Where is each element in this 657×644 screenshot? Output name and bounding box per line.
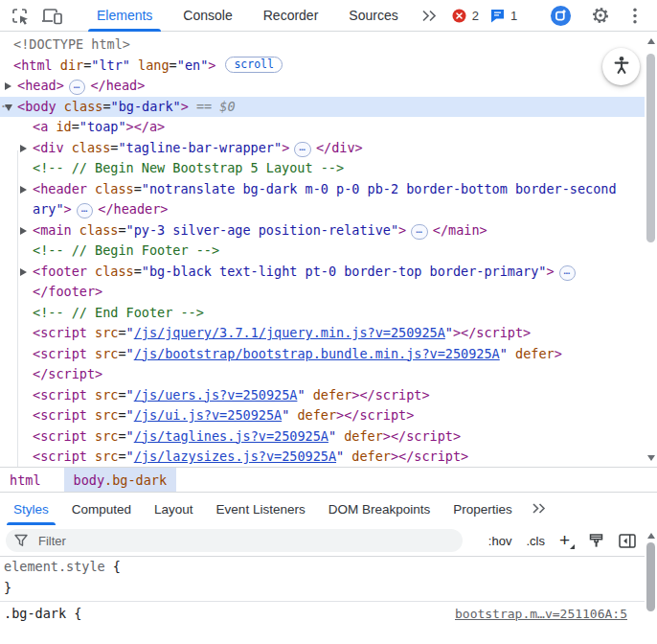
tab-console[interactable]: Console [168, 0, 247, 32]
code-link[interactable]: /js/ui.js?v=250925A [134, 407, 282, 423]
inspect-element-icon[interactable] [4, 1, 35, 30]
ellipsis-expand-button[interactable]: … [77, 203, 94, 218]
breadcrumb-item-body[interactable]: body.bg-dark [64, 468, 177, 492]
accessibility-fab[interactable] [602, 48, 640, 85]
code-pln [130, 58, 138, 73]
breadcrumb-item-html[interactable]: html [0, 468, 51, 492]
extension-icon[interactable] [542, 1, 579, 30]
element-class-toggle[interactable]: .cls [526, 534, 545, 548]
tab-layout[interactable]: Layout [143, 493, 205, 525]
tab-properties[interactable]: Properties [442, 493, 524, 525]
code-link[interactable]: /js/bootstrap/bootstrap.bundle.min.js?v=… [134, 346, 500, 361]
dom-node[interactable]: <div class="tagline-bar-wrapper">…</div> [0, 138, 645, 159]
scrollbar-thumb[interactable] [646, 54, 655, 242]
collapse-arrow-icon[interactable] [5, 104, 12, 111]
code-tag: > [398, 222, 406, 238]
device-toolbar-icon[interactable] [35, 1, 68, 30]
tab-elements-label: Elements [97, 8, 152, 23]
code-pln [53, 58, 60, 73]
code-str: " [500, 346, 508, 361]
styles-filter-input[interactable] [6, 529, 463, 552]
code-pln: = [118, 407, 125, 423]
dom-node[interactable]: <script src="/js/bootstrap/bootstrap.bun… [0, 344, 645, 365]
expand-arrow-icon[interactable] [5, 82, 11, 90]
rendering-brush-icon[interactable] [588, 526, 604, 555]
scroll-up-arrow[interactable] [647, 38, 655, 44]
dom-node[interactable]: <footer class="bg-black text-light pt-0 … [0, 262, 645, 283]
code-hint: == $0 [189, 99, 236, 114]
dom-node[interactable]: </script> [0, 364, 645, 385]
code-pln [87, 448, 95, 464]
dom-node[interactable]: <!-- // End Footer --> [0, 303, 645, 324]
error-count[interactable]: 2 [472, 9, 479, 23]
code-pln: = [118, 387, 125, 402]
issue-count[interactable]: 1 [510, 9, 517, 23]
tab-styles[interactable]: Styles [2, 493, 60, 525]
code-str: "en" [177, 58, 209, 73]
expand-arrow-icon[interactable] [20, 145, 27, 152]
tab-computed[interactable]: Computed [60, 493, 143, 525]
styles-filterbar: :hov .cls + [0, 525, 657, 557]
dom-node[interactable]: <a id="toap"></a> [0, 117, 645, 138]
tab-elements[interactable]: Elements [81, 0, 168, 32]
dom-node[interactable]: <main class="py-3 silver-age position-re… [0, 220, 645, 242]
tab-recorder[interactable]: Recorder [248, 0, 334, 32]
dom-node[interactable]: <script src="/js/ui.js?v=250925A" defer>… [0, 405, 645, 426]
stylesheet-source-link[interactable]: bootstrap.m…v=251106A:5 [455, 604, 627, 625]
code-attr: src [95, 346, 118, 361]
code-tag: > [64, 201, 72, 217]
style-rule-elementstyle[interactable]: element.style { [0, 557, 645, 578]
dom-node[interactable]: <!-- // Begin Footer --> [0, 241, 645, 262]
code-link[interactable]: /js/taglines.js?v=250925A [134, 428, 328, 444]
code-tag: ></script> [383, 428, 461, 444]
ellipsis-expand-button[interactable]: … [69, 80, 86, 95]
breadcrumb-classes: .bg-dark [104, 472, 167, 488]
kebab-menu-icon[interactable] [625, 1, 645, 30]
dom-node[interactable]: <script src="/js/lazysizes.js?v=250925A"… [0, 447, 645, 467]
issues-icon[interactable] [483, 1, 507, 30]
code-tag: > [181, 99, 189, 114]
ellipsis-expand-button[interactable]: … [559, 265, 577, 281]
dock-sidebar-icon[interactable] [619, 526, 636, 555]
console-errors-icon[interactable] [450, 1, 468, 30]
style-rule-bgdark[interactable]: .bg-dark { bootstrap.m…v=251106A:5 [0, 604, 645, 625]
code-attr: class [79, 222, 119, 238]
dom-node[interactable]: <header class="notranslate bg-dark m-0 p… [0, 179, 645, 200]
tab-dom-breakpoints[interactable]: DOM Breakpoints [317, 493, 442, 525]
scroll-up-arrow[interactable] [647, 533, 655, 539]
dom-node-selected[interactable]: …<body class="bg-dark"> == $0 [0, 97, 645, 118]
dom-node[interactable]: <!-- // Begin New Bootstrap 5 Layout --> [0, 158, 645, 179]
tab-event-listeners[interactable]: Event Listeners [205, 493, 317, 525]
settings-gear-icon[interactable] [583, 1, 618, 30]
code-pln [306, 387, 313, 402]
code-link[interactable]: /js/jquery/3.7.1/jquery.min.js?v=250925A [134, 325, 445, 340]
expand-arrow-icon[interactable] [20, 268, 27, 276]
more-style-tabs-icon[interactable] [524, 503, 554, 515]
scrollbar-thumb[interactable] [646, 542, 655, 611]
dom-node[interactable]: <script src="/js/taglines.js?v=250925A" … [0, 426, 645, 448]
dom-node[interactable]: <!DOCTYPE html> [0, 34, 645, 56]
css-property-row[interactable]: --bs-bg-opacity: 1; [0, 625, 645, 644]
ellipsis-expand-button[interactable]: … [411, 224, 428, 240]
scroll-down-arrow[interactable] [647, 455, 655, 461]
dom-node[interactable]: <head>…</head> [0, 76, 645, 97]
code-pln: = [134, 264, 142, 279]
dom-node[interactable]: </footer> [0, 282, 645, 303]
code-tag: <header [33, 181, 87, 196]
ellipsis-expand-button[interactable]: … [294, 142, 311, 157]
code-link[interactable]: /js/uers.js?v=250925A [134, 387, 298, 402]
expand-arrow-icon[interactable] [20, 227, 27, 235]
expand-arrow-icon[interactable] [20, 186, 27, 194]
dom-node[interactable]: <script src="/js/uers.js?v=250925A" defe… [0, 385, 645, 406]
dom-node[interactable]: ary">…</header> [0, 199, 645, 220]
scroll-badge[interactable]: scroll [225, 57, 283, 73]
pseudo-state-toggle[interactable]: :hov [488, 534, 512, 548]
more-panels-icon[interactable] [414, 10, 444, 22]
code-link[interactable]: /js/lazysizes.js?v=250925A [134, 448, 336, 464]
new-style-rule-button[interactable]: + [559, 532, 574, 549]
dom-node[interactable]: <script src="/js/jquery/3.7.1/jquery.min… [0, 323, 645, 344]
dom-node[interactable]: <html dir="ltr" lang="en">scroll [0, 56, 645, 77]
code-tag: > [208, 58, 215, 73]
code-str: "ltr" [91, 58, 130, 73]
tab-sources[interactable]: Sources [333, 0, 413, 32]
